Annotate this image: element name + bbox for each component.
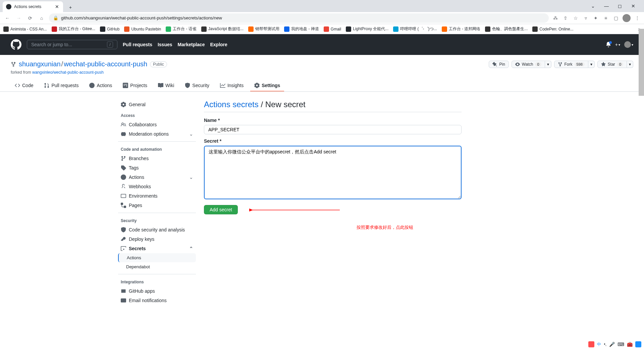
- user-menu[interactable]: ▾: [624, 41, 633, 48]
- sidepanel-icon[interactable]: ▢: [612, 15, 619, 21]
- fork-dropdown[interactable]: ▾: [588, 61, 595, 68]
- bookmark-item[interactable]: Gmail: [324, 26, 341, 32]
- address-bar[interactable]: 🔒 github.com/shuangxunian/wechat-public-…: [49, 13, 549, 23]
- browser-tab[interactable]: Actions secrets ✕: [3, 1, 63, 12]
- bookmark-item[interactable]: LightProxy 全能代...: [346, 26, 388, 32]
- name-input[interactable]: [204, 125, 462, 134]
- sidebar-github-apps[interactable]: GitHub apps: [118, 286, 196, 296]
- pin-button[interactable]: Pin: [489, 61, 508, 68]
- chevron-down-icon: ⌄: [189, 175, 193, 180]
- bookmark-favicon: [393, 26, 398, 32]
- sidebar-environments[interactable]: Environments: [118, 191, 196, 201]
- bookmarks-bar: Animista - CSS An...我的工作台 - Gitee...GitH…: [0, 24, 644, 34]
- home-button[interactable]: ⌂: [38, 14, 46, 22]
- bookmark-item[interactable]: JavaScript 数据结...: [201, 26, 244, 32]
- sidebar-collaborators[interactable]: Collaborators: [118, 120, 196, 129]
- translate-icon[interactable]: ⁂: [552, 15, 559, 21]
- section-code: Code and automation: [118, 141, 196, 154]
- breadcrumb-link[interactable]: Actions secrets: [204, 100, 259, 109]
- sidebar-actions[interactable]: Actions⌄: [118, 172, 196, 182]
- add-secret-button[interactable]: Add secret: [204, 205, 238, 214]
- tab-wiki[interactable]: Wiki: [154, 80, 178, 91]
- sidebar-secrets-dependabot[interactable]: Dependabot: [118, 262, 196, 271]
- sidebar-general[interactable]: General: [118, 100, 196, 109]
- repo-owner-link[interactable]: shuangxunian: [19, 60, 61, 68]
- tab-pull-requests[interactable]: Pull requests: [40, 80, 83, 91]
- tab-settings[interactable]: Settings: [250, 80, 284, 91]
- section-integrations: Integrations: [118, 274, 196, 286]
- avatar: [624, 41, 631, 48]
- gh-nav-issues[interactable]: Issues: [158, 42, 172, 47]
- sidebar-email-notifications[interactable]: Email notifications: [118, 296, 196, 305]
- bookmark-item[interactable]: Animista - CSS An...: [3, 26, 47, 32]
- github-logo[interactable]: [11, 39, 21, 50]
- tab-title: Actions secrets: [14, 4, 52, 9]
- minimize-icon[interactable]: —: [602, 2, 610, 10]
- extensions-icon[interactable]: ✦: [592, 15, 599, 21]
- tab-insights[interactable]: Insights: [216, 80, 248, 91]
- maximize-icon[interactable]: ◻: [616, 2, 624, 10]
- star-dropdown[interactable]: ▾: [627, 61, 633, 68]
- visibility-badge: Public: [150, 61, 167, 67]
- bookmark-star-icon[interactable]: ☆: [572, 15, 579, 21]
- bookmark-item[interactable]: 我的工作台 - Gitee...: [52, 26, 95, 32]
- browser-toolbar: ← → ⟳ ⌂ 🔒 github.com/shuangxunian/wechat…: [0, 12, 644, 24]
- bookmark-item[interactable]: Ubuntu Pastebin: [124, 26, 161, 32]
- sidebar-secrets-actions[interactable]: Actions: [118, 253, 196, 262]
- bookmark-favicon: [324, 26, 329, 32]
- bookmark-favicon: [442, 26, 447, 32]
- tab-projects[interactable]: Projects: [119, 80, 151, 91]
- tab-actions[interactable]: Actions: [85, 80, 116, 91]
- share-icon[interactable]: ⇧: [562, 15, 569, 21]
- menu-icon[interactable]: ⋮: [634, 15, 641, 21]
- back-button[interactable]: ←: [3, 14, 11, 22]
- bookmark-item[interactable]: 哔哩哔哩 (゜-゜)つ...: [393, 26, 437, 32]
- bookmark-item[interactable]: 色輪、調色盤產生...: [485, 26, 528, 32]
- bookmark-item[interactable]: 我的地盘 - 禅道: [284, 26, 319, 32]
- sidebar-secrets[interactable]: Secrets⌃: [118, 244, 196, 253]
- lock-icon: 🔒: [53, 15, 58, 20]
- search-input[interactable]: Search or jump to... /: [27, 40, 117, 49]
- forward-button[interactable]: →: [15, 14, 23, 22]
- forked-from-link[interactable]: wangxinleo/wechat-public-account-push: [32, 70, 104, 75]
- sidebar-deploy-keys[interactable]: Deploy keys: [118, 234, 196, 244]
- bookmark-item[interactable]: 销帮帮测试用: [248, 26, 279, 32]
- watch-dropdown[interactable]: ▾: [545, 61, 551, 68]
- ext-icon[interactable]: ▿: [582, 15, 589, 21]
- slash-key-icon: /: [107, 42, 113, 48]
- sidebar-webhooks[interactable]: Webhooks: [118, 182, 196, 191]
- sidebar-tags[interactable]: Tags: [118, 163, 196, 172]
- sidebar-code-security[interactable]: Code security and analysis: [118, 225, 196, 234]
- notifications-icon[interactable]: [606, 42, 611, 47]
- gh-nav-marketplace[interactable]: Marketplace: [178, 42, 205, 47]
- tab-code[interactable]: Code: [11, 80, 37, 91]
- gh-nav-pull-requests[interactable]: Pull requests: [123, 42, 152, 47]
- page-title: Actions secrets / New secret: [204, 100, 462, 112]
- sidebar-pages[interactable]: Pages: [118, 201, 196, 210]
- tab-close-icon[interactable]: ✕: [54, 4, 60, 9]
- watch-button[interactable]: Watch0: [512, 61, 545, 68]
- bookmark-favicon: [485, 26, 490, 32]
- tab-security[interactable]: Security: [181, 80, 213, 91]
- scrollbar[interactable]: [639, 29, 644, 96]
- new-tab-button[interactable]: +: [66, 3, 75, 12]
- sidebar-branches[interactable]: Branches: [118, 154, 196, 163]
- reload-button[interactable]: ⟳: [26, 14, 34, 22]
- fork-button[interactable]: Fork598: [554, 61, 588, 68]
- chevron-down-icon[interactable]: ⌄: [589, 2, 597, 10]
- create-new-dropdown[interactable]: +▾: [615, 42, 620, 47]
- bookmark-favicon: [166, 26, 171, 32]
- profile-avatar[interactable]: [623, 14, 631, 22]
- bookmark-item[interactable]: CodePen: Online...: [532, 26, 573, 32]
- repo-name-link[interactable]: wechat-public-account-push: [64, 60, 147, 68]
- bookmark-item[interactable]: GitHub: [100, 26, 119, 32]
- star-button[interactable]: Star0: [597, 61, 627, 68]
- search-placeholder: Search or jump to...: [31, 42, 107, 47]
- secret-textarea[interactable]: [204, 146, 462, 199]
- sidebar-moderation[interactable]: Moderation options⌄: [118, 129, 196, 139]
- gh-nav-explore[interactable]: Explore: [210, 42, 227, 47]
- bookmark-item[interactable]: 工作台 - 道邦网络: [442, 26, 481, 32]
- bookmark-item[interactable]: 工作台 - 语雀: [166, 26, 197, 32]
- reading-list-icon[interactable]: ≡: [602, 15, 609, 21]
- close-window-icon[interactable]: ✕: [629, 2, 637, 10]
